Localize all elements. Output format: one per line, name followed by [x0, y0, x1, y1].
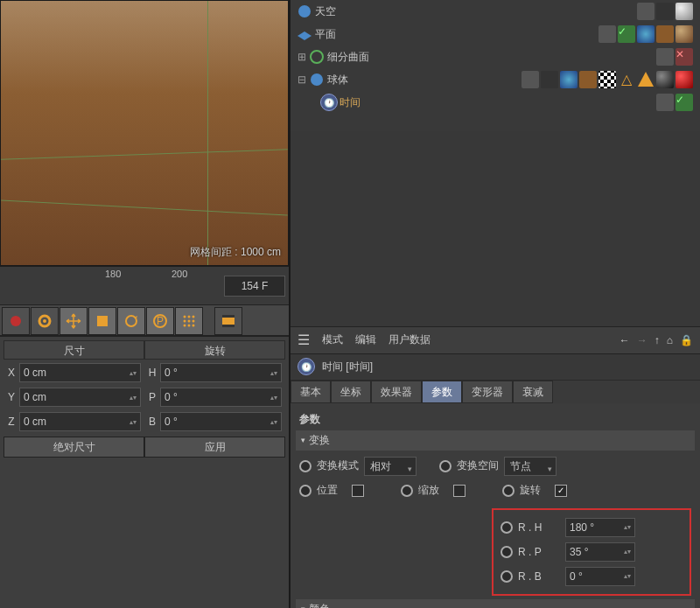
viewport[interactable]: 网格间距 : 1000 cm [0, 0, 289, 266]
record-button[interactable] [2, 307, 30, 335]
rb-label: R . B [518, 570, 560, 583]
timeline[interactable]: 180 200 154 F [0, 266, 289, 304]
rotate-button[interactable] [117, 307, 145, 335]
scale-checkbox[interactable] [453, 485, 466, 497]
transform-mode-radio[interactable] [299, 460, 312, 472]
scale-radio[interactable] [401, 485, 413, 497]
svg-point-8 [188, 316, 191, 318]
tree-row-time[interactable]: 🕐 时间 ✓ [290, 91, 700, 114]
film-button[interactable] [214, 307, 242, 335]
svg-point-11 [188, 320, 191, 323]
move-button[interactable] [60, 307, 88, 335]
sky-icon [296, 3, 313, 20]
svg-point-12 [192, 320, 195, 323]
svg-point-7 [184, 316, 186, 318]
h-input[interactable]: 0 °▴▾ [160, 363, 282, 382]
back-icon[interactable]: ← [620, 334, 630, 346]
menu-mode[interactable]: 模式 [322, 332, 343, 347]
home-icon[interactable]: ⌂ [667, 334, 673, 346]
attribute-object-header: 🕐 时间 [时间] [290, 354, 700, 381]
clock-icon: 🕐 [320, 94, 338, 111]
group-color[interactable]: 颜色 [296, 599, 695, 609]
svg-point-20 [311, 51, 323, 63]
x-input[interactable]: 0 cm▴▾ [19, 363, 141, 382]
rb-input[interactable]: 0 °▴▾ [565, 567, 635, 586]
tab-param[interactable]: 参数 [422, 381, 462, 403]
transform-space-dropdown[interactable]: 节点 [504, 457, 556, 476]
clock-icon: 🕐 [298, 358, 315, 375]
params-panel: 参数 变换 变换模式 相对 变换空间 节点 位置 缩放 [290, 403, 700, 609]
fwd-icon[interactable]: → [637, 334, 648, 346]
param-button[interactable]: P [146, 307, 174, 335]
tab-effector[interactable]: 效果器 [371, 381, 422, 403]
z-input[interactable]: 0 cm▴▾ [19, 412, 141, 431]
svg-point-10 [184, 320, 186, 323]
collapse-icon[interactable]: ⊟ [296, 73, 308, 86]
tick-label: 180 [105, 269, 121, 279]
p-input[interactable]: 0 °▴▾ [160, 388, 282, 407]
b-input[interactable]: 0 °▴▾ [160, 412, 282, 431]
svg-point-0 [10, 316, 21, 326]
attribute-tabs: 基本 坐标 效果器 参数 变形器 衰减 [290, 381, 700, 403]
scale-label: 缩放 [418, 483, 448, 498]
tree-row-sky[interactable]: 天空 [290, 0, 700, 23]
transform-space-label: 变换空间 [457, 458, 499, 473]
tab-basic[interactable]: 基本 [290, 381, 331, 403]
svg-rect-17 [222, 315, 234, 318]
tree-row-sds[interactable]: ⊞ 细分曲面 ✕ [290, 45, 700, 68]
apply-button[interactable]: 应用 [144, 437, 285, 458]
svg-rect-18 [222, 325, 234, 327]
tab-falloff[interactable]: 衰减 [513, 381, 553, 403]
menu-userdata[interactable]: 用户数据 [388, 332, 430, 347]
sphere-icon [308, 71, 326, 88]
svg-point-19 [298, 5, 311, 17]
svg-point-4 [126, 316, 136, 326]
rh-radio[interactable] [500, 521, 513, 534]
group-transform[interactable]: 变换 [296, 430, 695, 451]
rp-radio[interactable] [500, 546, 513, 558]
expand-icon[interactable]: ⊞ [296, 51, 308, 63]
y-label: Y [4, 391, 19, 403]
tab-coord[interactable]: 坐标 [331, 381, 371, 403]
menu-icon[interactable]: ☰ [298, 332, 310, 348]
position-checkbox[interactable] [352, 485, 364, 497]
rp-label: R . P [518, 546, 560, 558]
object-manager[interactable]: 天空 平面 ✓ ⊞ 细分曲面 ✕ ⊟ 球体 △ 🕐 时 [290, 0, 700, 131]
menu-edit[interactable]: 编辑 [355, 332, 376, 347]
tree-row-plane[interactable]: 平面 ✓ [290, 23, 700, 45]
svg-point-15 [192, 325, 195, 327]
svg-point-2 [43, 319, 46, 323]
transform-space-radio[interactable] [439, 460, 452, 472]
up-icon[interactable]: ↑ [654, 334, 660, 346]
svg-point-21 [311, 73, 323, 86]
rotate-checkbox[interactable]: ✓ [555, 485, 567, 497]
rh-input[interactable]: 180 °▴▾ [565, 518, 635, 537]
viewport-toolbar: P [0, 304, 289, 336]
position-radio[interactable] [299, 485, 312, 497]
grid-button[interactable] [175, 307, 203, 335]
x-label: X [4, 367, 19, 379]
current-frame-field[interactable]: 154 F [224, 276, 285, 297]
object-name-label: 时间 [时间] [322, 360, 373, 374]
y-input[interactable]: 0 cm▴▾ [19, 388, 141, 407]
lock-icon[interactable]: 🔒 [680, 334, 693, 346]
rotate-radio[interactable] [502, 485, 514, 497]
p-label: P [144, 391, 160, 403]
transform-mode-dropdown[interactable]: 相对 [364, 457, 416, 476]
h-label: H [144, 367, 160, 379]
abs-size-button[interactable]: 绝对尺寸 [4, 437, 144, 458]
svg-point-13 [184, 325, 186, 327]
col-rotate-header: 旋转 [144, 340, 285, 360]
sds-icon [308, 48, 326, 66]
position-label: 位置 [317, 483, 346, 498]
scale-button[interactable] [88, 307, 116, 335]
settings-button[interactable] [31, 307, 59, 335]
tab-deform[interactable]: 变形器 [462, 381, 513, 403]
rp-input[interactable]: 35 °▴▾ [565, 542, 635, 562]
z-label: Z [4, 416, 19, 428]
highlight-box: R . H 180 °▴▾ R . P 35 °▴▾ R . B 0 °▴▾ [492, 508, 691, 596]
col-size-header: 尺寸 [4, 340, 144, 360]
rb-radio[interactable] [500, 570, 513, 583]
tree-row-sphere[interactable]: ⊟ 球体 △ [290, 68, 700, 91]
b-label: B [144, 416, 160, 428]
